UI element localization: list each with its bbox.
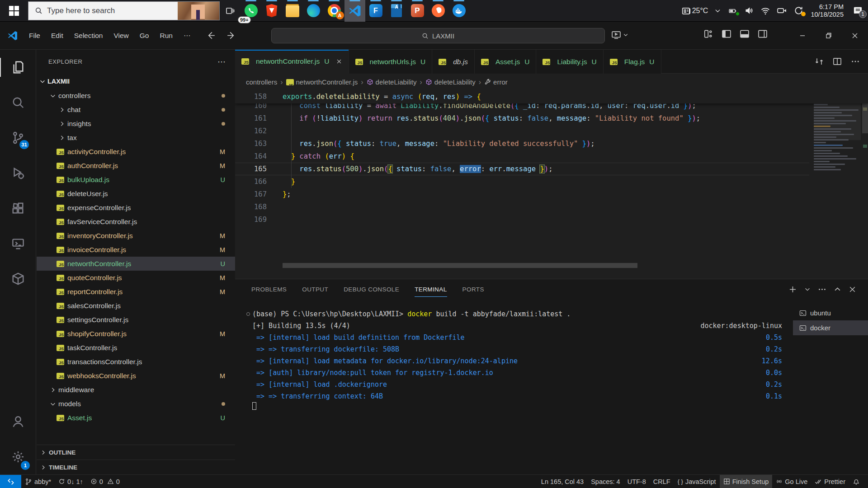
command-center[interactable]: LAXMII <box>271 28 605 43</box>
activitybar-source-control[interactable]: 31 <box>0 120 36 155</box>
activitybar-search[interactable] <box>0 85 36 120</box>
activitybar-files[interactable] <box>0 50 36 85</box>
taskbar-app-vscode[interactable] <box>344 0 365 22</box>
file-item-invoiceController-js[interactable]: JSinvoiceController.jsM <box>37 243 235 257</box>
split-editor-icon[interactable] <box>833 57 842 66</box>
status-notifications-bell[interactable] <box>849 475 863 488</box>
editor-tab-networthUrls-js[interactable]: JSnetworthUrls.jsU <box>349 50 433 74</box>
close-panel-icon[interactable] <box>849 286 856 293</box>
search-artwork[interactable] <box>178 2 219 20</box>
taskbar-search[interactable]: Type here to search <box>28 1 220 20</box>
editor-tab-db-js[interactable]: JSdb.js <box>432 50 475 74</box>
activitybar-run-debug[interactable] <box>0 155 36 191</box>
activitybar-account[interactable] <box>0 404 36 439</box>
code-line[interactable]: 168 <box>235 201 809 213</box>
file-item-favServiceController-js[interactable]: JSfavServiceController.js <box>37 215 235 229</box>
code-line[interactable]: 161 if (!liability) return res.status(40… <box>235 112 809 125</box>
terminal-output[interactable]: (base) PS C:\Users\hp\Desktop\LAXMII> do… <box>235 299 793 474</box>
git-branch-status[interactable]: abby* <box>21 475 55 488</box>
meet-now-button[interactable] <box>774 0 790 22</box>
code-line[interactable]: 166 } <box>235 175 809 188</box>
file-item-salesController-js[interactable]: JSsalesController.js <box>37 299 235 313</box>
file-item-taskController-js[interactable]: JStaskController.js <box>37 341 235 355</box>
terminal-dropdown-icon[interactable] <box>804 286 811 292</box>
problems-status[interactable]: 0 0 <box>87 475 123 488</box>
editor-tab-Flag-js[interactable]: JSFlag.jsU <box>604 50 661 74</box>
editor-tab-networthController-js[interactable]: JSnetworthController.jsU <box>235 50 349 74</box>
code-line[interactable]: 169 <box>235 213 809 226</box>
taskbar-clock[interactable]: 6:17 PM 10/18/2025 <box>807 3 847 19</box>
folder-item-chat[interactable]: chat <box>37 103 235 117</box>
nav-forward-icon[interactable] <box>227 31 236 40</box>
breadcrumb-item[interactable]: controllers <box>246 78 277 86</box>
toggle-secondary-sidebar-icon[interactable] <box>758 29 768 39</box>
breadcrumb-item[interactable]: deleteLiability <box>367 78 417 86</box>
widgets-button[interactable]: 25°C <box>678 0 712 22</box>
menu-view[interactable]: View <box>109 29 133 42</box>
menu-file[interactable]: File <box>24 29 45 42</box>
editor-tab-Asset-js[interactable]: JSAsset.jsU <box>475 50 536 74</box>
panel-more-icon[interactable] <box>818 285 826 294</box>
folder-item-insights[interactable]: insights <box>37 117 235 131</box>
sync-status-button[interactable] <box>790 0 807 22</box>
panel-tab-problems[interactable]: PROBLEMS <box>251 279 287 299</box>
panel-tab-debug-console[interactable]: DEBUG CONSOLE <box>344 279 399 299</box>
code-line[interactable]: 163 res.json({ status: true, message: "L… <box>235 137 809 150</box>
code-line[interactable]: 167}; <box>235 188 809 201</box>
editor-tab-Liability-js[interactable]: JSLiability.jsU <box>536 50 603 74</box>
toggle-sidebar-icon[interactable] <box>722 29 731 39</box>
open-changes-icon[interactable] <box>815 57 824 66</box>
menu-go[interactable]: Go <box>135 29 154 42</box>
terminal-session-docker[interactable]: docker <box>793 320 868 335</box>
command-decoration[interactable] <box>246 312 250 316</box>
file-item-Asset-js[interactable]: JSAsset.jsU <box>37 411 235 425</box>
status-eol[interactable]: CRLF <box>650 475 674 488</box>
notification-center-button[interactable]: 1 <box>847 0 868 22</box>
folder-item-middleware[interactable]: middleware <box>37 383 235 397</box>
explorer-more-actions[interactable]: ⋯ <box>217 57 226 67</box>
maximize-panel-icon[interactable] <box>834 286 841 293</box>
taskbar-app-file-explorer[interactable] <box>282 0 303 22</box>
nav-back-icon[interactable] <box>207 31 215 40</box>
git-sync-status[interactable]: 0↓ 1↑ <box>55 475 87 488</box>
code-editor[interactable]: 160 const liability = await Liability.fi… <box>235 90 868 279</box>
file-item-shopifyController-js[interactable]: JSshopifyController.jsM <box>37 327 235 341</box>
show-hidden-icons[interactable] <box>711 0 724 22</box>
tab-close-icon[interactable] <box>336 58 342 65</box>
folder-item-controllers[interactable]: controllers <box>37 89 235 103</box>
horizontal-scrollbar[interactable] <box>283 263 805 268</box>
close-button[interactable] <box>842 22 868 50</box>
taskbar-app-edge[interactable] <box>303 0 324 22</box>
menu-run[interactable]: Run <box>155 29 177 42</box>
code-line[interactable]: 158exports.deleteLiability = async (req,… <box>235 90 868 103</box>
activitybar-settings[interactable]: 1 <box>0 439 36 474</box>
taskbar-app-powerpoint[interactable]: P <box>407 0 428 22</box>
file-item-bulkUpload-js[interactable]: JSbulkUpload.jsU <box>37 173 235 187</box>
file-item-authController-js[interactable]: JSauthController.jsM <box>37 159 235 173</box>
start-button[interactable] <box>0 0 28 22</box>
taskbar-app-reader-book[interactable]: A <box>386 0 407 22</box>
status-language-mode[interactable]: { }JavaScript <box>674 475 720 488</box>
status-go-live[interactable]: Go Live <box>772 475 811 488</box>
menu-selection[interactable]: Selection <box>70 29 108 42</box>
terminal-session-ubuntu[interactable]: ubuntu <box>793 305 868 320</box>
status-cursor-position[interactable]: Ln 165, Col 43 <box>538 475 587 488</box>
code-line[interactable]: 165 res.status(500).json({ status: false… <box>235 163 809 175</box>
code-line[interactable]: 162 <box>235 125 809 137</box>
file-item-reportController-js[interactable]: JSreportController.jsM <box>37 285 235 299</box>
file-item-settingsController-js[interactable]: JSsettingsController.js <box>37 313 235 327</box>
remote-indicator[interactable] <box>0 475 21 488</box>
taskbar-app-brave[interactable] <box>261 0 282 22</box>
panel-tab-ports[interactable]: PORTS <box>462 279 484 299</box>
sticky-scroll-line[interactable]: 158exports.deleteLiability = async (req,… <box>235 90 868 103</box>
network-indicator[interactable] <box>757 0 774 22</box>
task-view-button[interactable] <box>220 0 241 22</box>
status-finish-setup[interactable]: Finish Setup <box>720 475 773 488</box>
activitybar-remote-explorer[interactable] <box>0 226 36 261</box>
folder-item-models[interactable]: models <box>37 397 235 411</box>
more-actions-icon[interactable] <box>851 57 860 66</box>
file-item-webhooksController-js[interactable]: JSwebhooksController.jsM <box>37 369 235 383</box>
timeline-section[interactable]: TIMELINE <box>37 460 235 474</box>
screencast-button[interactable] <box>611 30 628 40</box>
breadcrumb-item[interactable]: error <box>484 78 508 86</box>
